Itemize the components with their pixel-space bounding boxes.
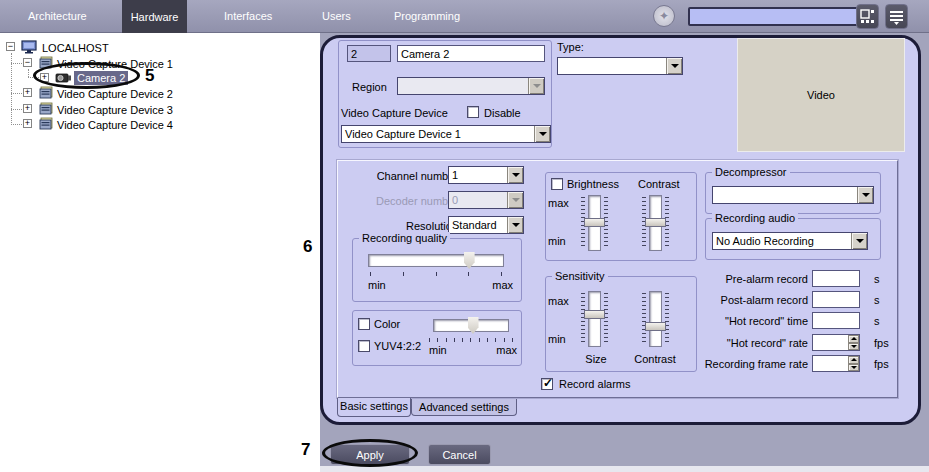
hot-record-rate-stepper[interactable] xyxy=(812,334,860,351)
device-tree-panel: − LOCALHOST − Video Capture Device 1 + C… xyxy=(0,33,320,472)
capture-device-icon xyxy=(39,56,53,69)
pre-alarm-record-field[interactable] xyxy=(812,270,860,287)
annotation-number-6: 6 xyxy=(303,237,312,257)
tree-item-device2[interactable]: Video Capture Device 2 xyxy=(57,88,173,100)
collapse-icon[interactable]: − xyxy=(23,58,32,67)
tree-line xyxy=(11,109,22,110)
post-alarm-record-field[interactable] xyxy=(812,291,860,308)
object-name-field[interactable] xyxy=(397,45,545,62)
slider-thumb[interactable] xyxy=(645,218,666,227)
hot-record-rate-field[interactable] xyxy=(813,335,848,350)
color-group: Color YUV4:2:2 min max xyxy=(352,310,522,366)
recording-frame-rate-stepper[interactable] xyxy=(812,355,860,372)
dropdown-arrow-icon xyxy=(666,58,682,74)
list-menu-icon[interactable] xyxy=(885,4,908,29)
parent-device-select[interactable]: Video Capture Device 1 xyxy=(341,125,551,143)
spin-down-icon[interactable] xyxy=(848,343,859,351)
star-badge-icon[interactable]: ✦ xyxy=(653,5,675,27)
slider-thumb[interactable] xyxy=(645,322,666,331)
sensitivity-contrast-slider[interactable] xyxy=(642,291,669,347)
capture-device-icon xyxy=(39,117,53,130)
record-alarms-checkbox[interactable] xyxy=(541,378,553,390)
menu-users[interactable]: Users xyxy=(322,10,351,22)
cancel-button[interactable]: Cancel xyxy=(428,444,491,465)
sensitivity-size-slider[interactable] xyxy=(581,291,608,347)
contrast-slider[interactable] xyxy=(642,195,669,251)
window-edge xyxy=(320,466,929,472)
resolution-select[interactable]: Standard xyxy=(448,216,524,234)
annotation-number-5: 5 xyxy=(145,66,154,86)
type-select[interactable] xyxy=(557,57,683,75)
spin-down-icon[interactable] xyxy=(848,364,859,372)
seconds-unit-label: s xyxy=(874,315,880,327)
search-input[interactable] xyxy=(688,7,860,26)
tree-item-device1[interactable]: Video Capture Device 1 xyxy=(57,58,173,70)
min-label: min xyxy=(548,235,566,247)
menu-architecture[interactable]: Architecture xyxy=(28,10,87,22)
brightness-checkbox[interactable] xyxy=(551,178,563,190)
spin-up-icon[interactable] xyxy=(848,335,859,343)
recording-frame-rate-field[interactable] xyxy=(813,356,848,371)
decoder-number-label: Decoder number xyxy=(348,195,458,207)
apply-button[interactable]: Apply xyxy=(330,444,410,465)
recording-audio-select[interactable]: No Audio Recording xyxy=(712,232,868,250)
menu-interfaces[interactable]: Interfaces xyxy=(224,10,272,22)
yuv422-checkbox[interactable] xyxy=(358,340,370,352)
decompressor-select[interactable] xyxy=(712,186,874,204)
dropdown-arrow-icon xyxy=(534,126,550,142)
brightness-slider[interactable] xyxy=(581,195,608,251)
max-label: max xyxy=(548,197,569,209)
hot-record-time-field[interactable] xyxy=(812,312,860,329)
tree-line xyxy=(28,69,29,77)
dropdown-arrow-icon xyxy=(507,217,523,233)
expand-icon[interactable]: + xyxy=(23,88,32,97)
capture-device-icon xyxy=(39,86,53,99)
pre-alarm-record-label: Pre-alarm record xyxy=(678,273,808,285)
camera-icon xyxy=(55,72,73,84)
expand-icon[interactable]: + xyxy=(23,119,32,128)
recording-frame-rate-label: Recording frame rate xyxy=(678,358,808,370)
expand-icon[interactable]: + xyxy=(40,73,49,82)
region-select xyxy=(397,77,545,95)
color-checkbox[interactable] xyxy=(358,318,370,330)
tree-item-localhost[interactable]: LOCALHOST xyxy=(42,42,109,54)
disable-checkbox[interactable] xyxy=(467,106,479,118)
tree-line xyxy=(28,77,39,78)
expand-icon[interactable]: + xyxy=(23,104,32,113)
object-id-field[interactable] xyxy=(347,45,391,62)
menu-hardware[interactable]: Hardware xyxy=(122,0,187,33)
record-alarms-label: Record alarms xyxy=(559,378,631,390)
tree-item-device4[interactable]: Video Capture Device 4 xyxy=(57,119,173,131)
menu-programming[interactable]: Programming xyxy=(394,10,460,22)
color-slider[interactable] xyxy=(433,319,509,332)
max-label: max xyxy=(496,344,517,356)
yuv422-label: YUV4:2:2 xyxy=(374,340,421,352)
slider-thumb[interactable] xyxy=(584,310,605,319)
tree-item-device3[interactable]: Video Capture Device 3 xyxy=(57,104,173,116)
slider-thumb[interactable] xyxy=(584,218,605,227)
brightness-label: Brightness xyxy=(567,178,619,190)
capture-device-icon xyxy=(39,102,53,115)
post-alarm-record-label: Post-alarm record xyxy=(678,294,808,306)
tree-item-camera2-selected[interactable]: Camera 2 xyxy=(74,71,128,85)
tab-basic-settings[interactable]: Basic settings xyxy=(337,398,411,417)
decompressor-title: Decompressor xyxy=(712,166,790,178)
layout-grid-icon[interactable] xyxy=(856,4,879,29)
color-label: Color xyxy=(374,318,400,330)
recording-quality-title: Recording quality xyxy=(359,232,450,244)
contrast-label: Contrast xyxy=(629,353,681,365)
dropdown-arrow-icon xyxy=(851,233,867,249)
basic-settings-tab-content: Channel number 1 Decoder number 0 Resolu… xyxy=(337,160,898,398)
channel-number-select[interactable]: 1 xyxy=(448,166,524,184)
spin-up-icon[interactable] xyxy=(848,356,859,364)
slider-ticks xyxy=(581,293,585,345)
recording-audio-group: Recording audio No Audio Recording xyxy=(705,218,881,260)
recording-quality-group: Recording quality min max xyxy=(352,238,522,302)
recording-quality-slider[interactable] xyxy=(368,254,504,267)
min-label: min xyxy=(548,333,566,345)
tab-advanced-settings[interactable]: Advanced settings xyxy=(411,399,517,416)
decompressor-group: Decompressor xyxy=(705,172,881,214)
computer-icon xyxy=(21,40,38,54)
slider-ticks xyxy=(665,293,669,345)
collapse-icon[interactable]: − xyxy=(6,42,15,51)
